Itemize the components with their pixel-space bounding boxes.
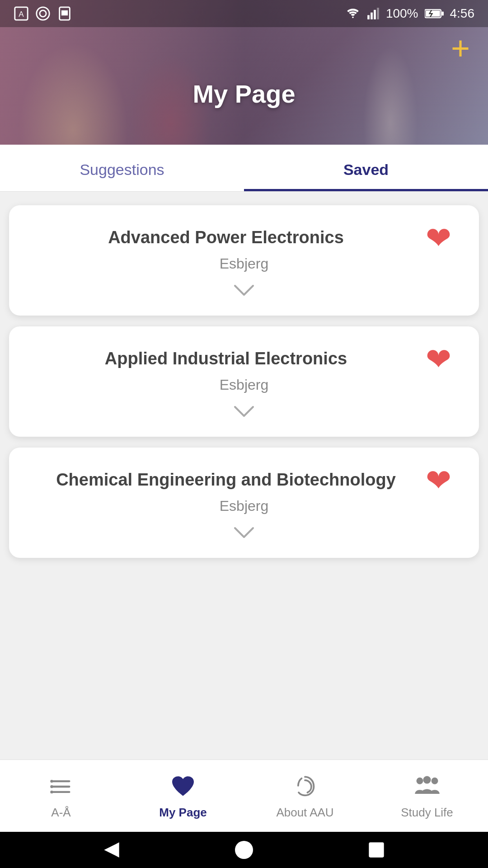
nav-item-aboutaau[interactable]: About AAU	[244, 765, 366, 827]
nav-label-az: A-Å	[51, 806, 70, 820]
svg-rect-8	[371, 13, 373, 19]
nav-item-mypage[interactable]: My Page	[122, 765, 244, 827]
svg-point-24	[235, 841, 253, 859]
main-content: Suggestions Saved Advanced Power Electro…	[0, 145, 488, 778]
svg-rect-10	[377, 8, 379, 19]
svg-point-18	[50, 785, 53, 788]
expand-button-2[interactable]	[230, 402, 258, 420]
tab-suggestions[interactable]: Suggestions	[0, 145, 244, 191]
wifi-icon	[345, 7, 361, 20]
svg-point-2	[37, 7, 49, 20]
svg-point-3	[40, 10, 46, 17]
nav-item-az[interactable]: A-Å	[0, 765, 122, 827]
svg-rect-25	[369, 842, 384, 857]
back-button[interactable]	[100, 839, 123, 861]
bottom-nav: A-Å My Page About AAU	[0, 760, 488, 832]
nav-label-studylife: Study Life	[401, 806, 453, 820]
battery-percentage: 100%	[386, 6, 418, 21]
svg-point-17	[50, 780, 53, 783]
tab-bar: Suggestions Saved	[0, 145, 488, 192]
course-list: Advanced Power Electronics ❤ Esbjerg App…	[0, 192, 488, 571]
heart-icon-3: ❤	[426, 465, 451, 495]
course-location-3: Esbjerg	[220, 498, 269, 514]
course-card-2: Applied Industrial Electronics ❤ Esbjerg	[9, 326, 479, 437]
svg-rect-7	[367, 15, 370, 19]
tab-saved[interactable]: Saved	[244, 145, 488, 191]
svg-rect-5	[61, 10, 68, 15]
svg-point-6	[352, 16, 354, 18]
nav-label-mypage: My Page	[159, 806, 207, 820]
svg-point-20	[417, 778, 423, 784]
battery-icon	[425, 7, 444, 20]
course-card-3: Chemical Engineering and Biotechnology ❤…	[9, 448, 479, 558]
svg-point-22	[432, 778, 438, 784]
chevron-down-icon-3	[230, 524, 258, 542]
expand-button-1[interactable]	[230, 281, 258, 299]
svg-text:A: A	[19, 10, 24, 19]
notification-icon: A	[14, 6, 29, 21]
nav-item-studylife[interactable]: Study Life	[366, 765, 488, 827]
course-title-2: Applied Industrial Electronics	[32, 349, 456, 368]
signal-icon	[367, 7, 380, 20]
course-title-1: Advanced Power Electronics	[32, 228, 456, 247]
course-card-1: Advanced Power Electronics ❤ Esbjerg	[9, 205, 479, 316]
status-bar: A 100%	[0, 0, 488, 27]
chevron-down-icon-1	[230, 281, 258, 299]
recent-button[interactable]	[365, 839, 388, 861]
svg-marker-23	[104, 842, 119, 857]
save-button-3[interactable]: ❤	[420, 462, 456, 498]
svg-rect-13	[441, 12, 444, 16]
home-button[interactable]	[233, 839, 255, 861]
svg-rect-12	[426, 10, 440, 17]
card-header-1: Advanced Power Electronics ❤	[32, 228, 456, 247]
aau-icon	[291, 772, 319, 801]
heart-icon-1: ❤	[426, 222, 451, 253]
course-title-3: Chemical Engineering and Biotechnology	[32, 470, 456, 490]
list-icon	[47, 772, 75, 801]
chevron-down-icon-2	[230, 402, 258, 420]
svg-point-19	[50, 791, 53, 793]
status-right-info: 100% 4:56	[345, 6, 474, 21]
sim-icon	[57, 6, 72, 21]
heart-icon-2: ❤	[426, 344, 451, 374]
course-location-2: Esbjerg	[220, 377, 269, 393]
course-location-1: Esbjerg	[220, 255, 269, 272]
status-left-icons: A	[14, 6, 72, 21]
save-button-2[interactable]: ❤	[420, 341, 456, 377]
circle-icon	[35, 6, 51, 21]
svg-rect-9	[374, 10, 376, 19]
card-header-3: Chemical Engineering and Biotechnology ❤	[32, 470, 456, 490]
study-life-icon	[413, 772, 441, 801]
expand-button-3[interactable]	[230, 524, 258, 542]
clock-time: 4:56	[450, 6, 475, 21]
svg-point-21	[423, 776, 431, 784]
nav-label-aboutaau: About AAU	[276, 806, 333, 820]
heart-nav-icon	[169, 772, 197, 801]
save-button-1[interactable]: ❤	[420, 220, 456, 256]
card-header-2: Applied Industrial Electronics ❤	[32, 349, 456, 368]
page-title: My Page	[192, 79, 295, 108]
add-button[interactable]: +	[451, 32, 470, 64]
android-nav-bar	[0, 832, 488, 868]
